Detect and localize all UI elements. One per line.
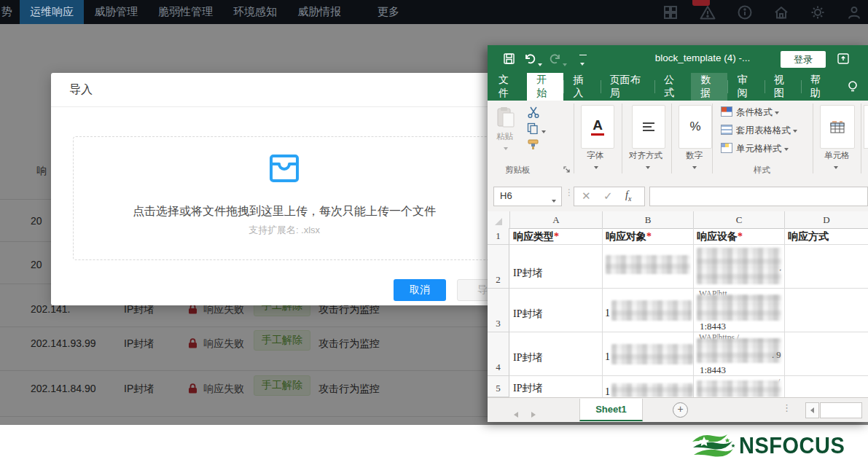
apps-grid-icon[interactable]: [662, 4, 679, 20]
nsfocus-flag-icon: [691, 431, 738, 462]
sheet-tab-bar: Sheet1 + ⋮: [488, 397, 868, 422]
nav-item-ops-response[interactable]: 运维响应: [20, 0, 84, 24]
alignment-button[interactable]: [632, 105, 665, 149]
row-header-2[interactable]: 2: [488, 245, 509, 289]
cell-a5[interactable]: IP封堵: [513, 382, 542, 395]
cancel-entry-icon[interactable]: ✕: [582, 189, 591, 203]
file-dropzone[interactable]: 点击选择或将文件拖拽到这里上传，每次只能上传一个文件 支持扩展名: .xlsx: [73, 136, 496, 260]
redo-icon[interactable]: [549, 52, 561, 65]
cell-fragment: . 9: [772, 350, 781, 361]
save-icon[interactable]: [504, 53, 515, 64]
ribbon: 粘贴 剪贴板 A 字体 对齐方式 % 数字 条件格式: [488, 101, 868, 181]
cell-b1[interactable]: 响应对象*: [606, 230, 652, 243]
number-group-label: 数字: [686, 150, 703, 161]
prev-sheet-icon[interactable]: [514, 407, 518, 421]
cells-group-label: 单元格: [824, 150, 850, 161]
cell-d1[interactable]: 响应方式: [788, 230, 829, 243]
redacted-cell: [697, 380, 781, 397]
tab-formulas[interactable]: 公式: [654, 73, 691, 101]
row-header-3[interactable]: 3: [488, 289, 509, 332]
nav-item-vuln-mgmt[interactable]: 脆弱性管理: [148, 0, 223, 24]
sheet-grid[interactable]: A B C D 1 2 3 4 5 响应类型* 响应对象* 响应设备* 响应方式…: [488, 211, 868, 397]
cell-c4-port: 1:8443: [700, 364, 726, 376]
row-header-5[interactable]: 5: [488, 376, 509, 397]
tab-bar-splitter[interactable]: ⋮: [782, 402, 791, 413]
quick-access-toolbar-icon[interactable]: [579, 55, 587, 70]
insert-function-icon[interactable]: fx: [625, 189, 631, 203]
tab-home[interactable]: 开始: [527, 73, 563, 101]
new-sheet-button[interactable]: +: [673, 402, 688, 418]
tab-review[interactable]: 审阅: [727, 73, 764, 101]
nav-item-more[interactable]: 更多: [367, 0, 410, 24]
format-as-table-icon: [721, 125, 732, 135]
cell-b4[interactable]: 1: [605, 351, 610, 363]
name-box[interactable]: H6: [493, 187, 562, 206]
gear-icon[interactable]: [810, 4, 826, 20]
home-icon[interactable]: [773, 4, 789, 20]
cell-fragment: ，: [776, 262, 785, 273]
conditional-formatting-button[interactable]: 条件格式: [721, 106, 779, 119]
paste-label[interactable]: 粘贴: [496, 131, 513, 142]
hscroll-thumb[interactable]: [820, 402, 862, 418]
info-icon[interactable]: [737, 4, 753, 20]
nav-item-partial[interactable]: 势: [0, 0, 20, 24]
cell-b3[interactable]: 1: [605, 308, 610, 319]
cell-a1[interactable]: 响应类型*: [513, 230, 559, 243]
formula-input[interactable]: [649, 187, 868, 206]
column-header-c[interactable]: C: [694, 211, 785, 229]
font-group-label: 字体: [587, 150, 603, 161]
document-title: block_template (4) -...: [633, 52, 772, 63]
column-header-a[interactable]: A: [510, 211, 603, 229]
cell-a2[interactable]: IP封堵: [513, 267, 542, 280]
formula-bar-splitter[interactable]: ⋮: [565, 187, 574, 198]
user-icon[interactable]: [846, 4, 862, 20]
format-as-table-button[interactable]: 套用表格格式: [721, 125, 797, 137]
alert-triangle-icon[interactable]: [699, 4, 716, 20]
redacted-cell: [611, 383, 693, 397]
cell-b5[interactable]: 1: [605, 386, 610, 397]
cell-styles-button[interactable]: 单元格样式: [721, 143, 789, 155]
select-all-corner[interactable]: [488, 211, 510, 229]
cells-button[interactable]: [820, 105, 855, 149]
ribbon-tab-strip: 文件 开始 插入 页面布局 公式 数据 审阅 视图 帮助: [488, 73, 868, 101]
next-sheet-icon[interactable]: [531, 407, 536, 421]
tab-insert[interactable]: 插入: [563, 73, 600, 101]
tab-help[interactable]: 帮助: [801, 73, 837, 101]
redo-dropdown-icon[interactable]: [563, 58, 567, 71]
column-header-d[interactable]: D: [785, 211, 868, 229]
ribbon-display-options-icon[interactable]: [837, 53, 849, 64]
hscroll-left-button[interactable]: [805, 402, 819, 418]
confirm-entry-icon[interactable]: ✓: [603, 189, 613, 203]
tab-file[interactable]: 文件: [488, 73, 527, 101]
row-header-1[interactable]: 1: [488, 228, 509, 245]
nav-item-threat-intel[interactable]: 威胁情报: [287, 0, 351, 24]
paste-icon[interactable]: [496, 106, 515, 130]
redacted-cell: [697, 248, 781, 284]
row-header-4[interactable]: 4: [488, 332, 509, 376]
clipboard-dialog-launcher-icon[interactable]: [563, 165, 571, 176]
cut-icon[interactable]: [527, 106, 540, 121]
font-settings-button[interactable]: A: [581, 105, 614, 149]
cell-a3[interactable]: IP封堵: [513, 308, 542, 321]
cancel-button[interactable]: 取消: [394, 279, 446, 301]
copy-icon[interactable]: [527, 122, 539, 136]
dialog-title: 导入: [69, 82, 93, 98]
tab-page-layout[interactable]: 页面布局: [601, 73, 654, 101]
undo-dropdown-icon[interactable]: [538, 58, 542, 71]
nav-item-threat-mgmt[interactable]: 威胁管理: [84, 0, 148, 24]
sheet-tab-sheet1[interactable]: Sheet1: [579, 399, 643, 421]
undo-icon[interactable]: [524, 52, 536, 65]
sign-in-button[interactable]: 登录: [781, 51, 826, 68]
tab-data[interactable]: 数据: [691, 73, 727, 101]
number-format-button[interactable]: %: [679, 105, 712, 149]
format-painter-icon[interactable]: [527, 138, 540, 152]
tell-me-search-icon[interactable]: [837, 73, 868, 101]
upload-tray-icon: [266, 153, 302, 187]
redacted-cell: [611, 344, 693, 364]
tab-view[interactable]: 视图: [765, 73, 801, 101]
cell-a4[interactable]: IP封堵: [513, 351, 542, 364]
cell-c1[interactable]: 响应设备*: [697, 230, 743, 243]
column-header-b[interactable]: B: [603, 211, 694, 229]
import-dialog: 导入 点击选择或将文件拖拽到这里上传，每次只能上传一个文件 支持扩展名: .xl…: [51, 73, 517, 305]
nav-item-env-awareness[interactable]: 环境感知: [223, 0, 287, 24]
